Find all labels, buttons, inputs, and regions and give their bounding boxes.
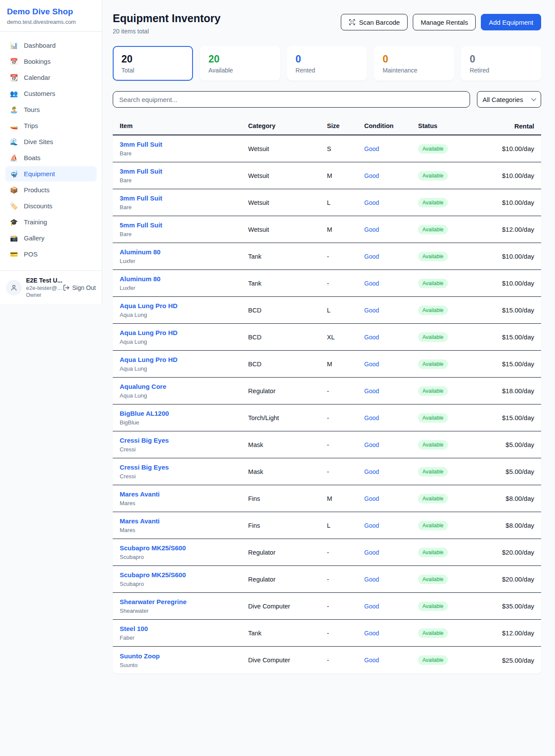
table-row[interactable]: BigBlue AL1200 BigBlue Torch/Light - Goo… xyxy=(113,404,541,431)
condition-link[interactable]: Good xyxy=(364,199,379,206)
item-name-link[interactable]: Aluminum 80 xyxy=(120,248,160,256)
table-row[interactable]: Steel 100 Faber Tank - Good Available $1… xyxy=(113,620,541,647)
sidebar-item[interactable]: 🎓 Training xyxy=(5,214,97,230)
sidebar-item[interactable]: ⛵ Boats xyxy=(5,150,97,165)
stat-card[interactable]: 0 Rented xyxy=(287,46,367,81)
status-badge: Available xyxy=(418,467,447,477)
item-name-link[interactable]: Aluminum 80 xyxy=(120,275,160,283)
stat-card[interactable]: 20 Available xyxy=(200,46,280,81)
sidebar-item[interactable]: 💳 POS xyxy=(5,247,97,262)
condition-link[interactable]: Good xyxy=(364,226,379,233)
stat-label: Rented xyxy=(296,67,359,74)
sidebar-item[interactable]: 📸 Gallery xyxy=(5,230,97,246)
item-name-link[interactable]: 3mm Full Suit xyxy=(120,194,162,202)
condition-link[interactable]: Good xyxy=(364,630,379,637)
sidebar-item[interactable]: 📊 Dashboard xyxy=(5,38,97,53)
table-row[interactable]: 5mm Full Suit Bare Wetsuit M Good Availa… xyxy=(113,216,541,243)
condition-link[interactable]: Good xyxy=(364,280,379,287)
sidebar-item[interactable]: 🏝️ Tours xyxy=(5,102,97,117)
sidebar-item-label: Boats xyxy=(24,154,40,161)
table-row[interactable]: 3mm Full Suit Bare Wetsuit M Good Availa… xyxy=(113,162,541,189)
table-row[interactable]: Aluminum 80 Luxfer Tank - Good Available… xyxy=(113,243,541,270)
item-name-link[interactable]: Suunto Zoop xyxy=(120,652,160,660)
rental-price-cell: $8.00/day xyxy=(484,495,534,502)
condition-link[interactable]: Good xyxy=(364,307,379,314)
table-row[interactable]: Mares Avanti Mares Fins L Good Available… xyxy=(113,512,541,539)
condition-link[interactable]: Good xyxy=(364,361,379,368)
column-header-rental: Rental xyxy=(484,122,534,130)
table-row[interactable]: Aqua Lung Pro HD Aqua Lung BCD XL Good A… xyxy=(113,324,541,351)
table-row[interactable]: Aluminum 80 Luxfer Tank - Good Available… xyxy=(113,270,541,297)
item-name-link[interactable]: Aqua Lung Pro HD xyxy=(120,329,177,336)
item-name-link[interactable]: 5mm Full Suit xyxy=(120,221,162,229)
item-name-link[interactable]: Scubapro MK25/S600 xyxy=(120,571,186,579)
condition-link[interactable]: Good xyxy=(364,468,379,475)
item-name-link[interactable]: 3mm Full Suit xyxy=(120,141,162,148)
sidebar-item-label: Products xyxy=(24,186,49,194)
status-cell: Available xyxy=(418,602,484,611)
item-name-link[interactable]: Shearwater Peregrine xyxy=(120,598,186,605)
sign-out-button[interactable]: Sign Out xyxy=(63,284,96,291)
item-name-link[interactable]: Steel 100 xyxy=(120,625,148,632)
sidebar-item[interactable]: 📆 Calendar xyxy=(5,70,97,85)
size-cell: M xyxy=(327,361,364,368)
item-name-link[interactable]: Cressi Big Eyes xyxy=(120,437,169,444)
condition-link[interactable]: Good xyxy=(364,549,379,556)
sidebar-item[interactable]: 🤿 Equipment xyxy=(5,166,97,181)
condition-link[interactable]: Good xyxy=(364,334,379,341)
table-row[interactable]: Scubapro MK25/S600 Scubapro Regulator - … xyxy=(113,566,541,593)
condition-link[interactable]: Good xyxy=(364,441,379,448)
table-row[interactable]: 3mm Full Suit Bare Wetsuit L Good Availa… xyxy=(113,189,541,216)
item-name-link[interactable]: Scubapro MK25/S600 xyxy=(120,544,186,552)
condition-link[interactable]: Good xyxy=(364,576,379,583)
stat-card[interactable]: 0 Maintenance xyxy=(374,46,454,81)
table-row[interactable]: Cressi Big Eyes Cressi Mask - Good Avail… xyxy=(113,458,541,485)
item-name-link[interactable]: Cressi Big Eyes xyxy=(120,463,169,471)
category-select[interactable]: All Categories xyxy=(477,91,541,108)
condition-link[interactable]: Good xyxy=(364,145,379,152)
condition-link[interactable]: Good xyxy=(364,657,379,664)
item-name-link[interactable]: Aqualung Core xyxy=(120,383,166,390)
stat-card[interactable]: 20 Total xyxy=(113,46,193,81)
scan-barcode-button[interactable]: Scan Barcode xyxy=(341,14,408,30)
table-row[interactable]: Scubapro MK25/S600 Scubapro Regulator - … xyxy=(113,539,541,566)
status-badge: Available xyxy=(418,575,447,584)
stat-card[interactable]: 0 Retired xyxy=(461,46,541,81)
manage-rentals-button[interactable]: Manage Rentals xyxy=(413,14,476,30)
table-row[interactable]: Aqualung Core Aqua Lung Regulator - Good… xyxy=(113,378,541,404)
table-row[interactable]: Aqua Lung Pro HD Aqua Lung BCD M Good Av… xyxy=(113,351,541,378)
sidebar-item[interactable]: 📦 Products xyxy=(5,182,97,197)
table-row[interactable]: Cressi Big Eyes Cressi Mask - Good Avail… xyxy=(113,431,541,458)
condition-link[interactable]: Good xyxy=(364,253,379,260)
sidebar-item[interactable]: 🏷️ Discounts xyxy=(5,198,97,214)
condition-link[interactable]: Good xyxy=(364,414,379,421)
item-name-link[interactable]: Aqua Lung Pro HD xyxy=(120,356,177,363)
status-badge: Available xyxy=(418,225,447,234)
table-row[interactable]: Mares Avanti Mares Fins M Good Available… xyxy=(113,485,541,512)
condition-link[interactable]: Good xyxy=(364,522,379,529)
sidebar-item[interactable]: 📅 Bookings xyxy=(5,54,97,69)
item-name-link[interactable]: 3mm Full Suit xyxy=(120,168,162,175)
sidebar-item[interactable]: 🌊 Dive Sites xyxy=(5,134,97,149)
sidebar-item[interactable]: 👥 Customers xyxy=(5,86,97,101)
brand-name[interactable]: Demo Dive Shop xyxy=(7,7,95,16)
stat-value: 0 xyxy=(382,53,445,65)
status-cell: Available xyxy=(418,655,484,665)
table-row[interactable]: Shearwater Peregrine Shearwater Dive Com… xyxy=(113,593,541,620)
table-row[interactable]: 3mm Full Suit Bare Wetsuit S Good Availa… xyxy=(113,135,541,162)
item-brand: Luxfer xyxy=(120,285,244,291)
item-name-link[interactable]: Aqua Lung Pro HD xyxy=(120,302,177,309)
add-equipment-button[interactable]: Add Equipment xyxy=(481,14,541,30)
table-row[interactable]: Suunto Zoop Suunto Dive Computer - Good … xyxy=(113,647,541,674)
item-name-link[interactable]: Mares Avanti xyxy=(120,490,160,498)
sidebar-item[interactable]: 🚤 Trips xyxy=(5,118,97,133)
item-name-link[interactable]: BigBlue AL1200 xyxy=(120,410,169,417)
search-input[interactable] xyxy=(113,91,470,108)
table-row[interactable]: Aqua Lung Pro HD Aqua Lung BCD L Good Av… xyxy=(113,297,541,324)
item-name-link[interactable]: Mares Avanti xyxy=(120,517,160,525)
condition-link[interactable]: Good xyxy=(364,172,379,179)
condition-link[interactable]: Good xyxy=(364,495,379,502)
item-brand: Cressi xyxy=(120,446,244,453)
condition-link[interactable]: Good xyxy=(364,388,379,394)
condition-link[interactable]: Good xyxy=(364,603,379,610)
